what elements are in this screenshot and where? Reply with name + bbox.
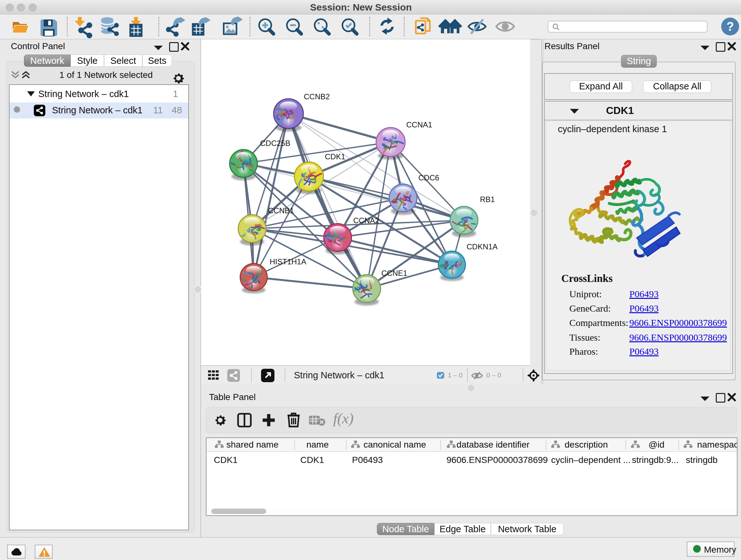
svg-text:CCNB1: CCNB1	[268, 206, 294, 215]
svg-text:CCNA1: CCNA1	[406, 120, 432, 129]
svg-text:CDC6: CDC6	[418, 173, 439, 182]
svg-text:CCNA2: CCNA2	[353, 216, 379, 225]
svg-text:CDC25B: CDC25B	[260, 139, 290, 147]
svg-text:HIST1H1A: HIST1H1A	[270, 257, 307, 266]
svg-text:CCNE1: CCNE1	[381, 269, 407, 277]
svg-text:RB1: RB1	[480, 195, 495, 204]
svg-text:CDKN1A: CDKN1A	[467, 242, 497, 251]
svg-text:CDK1: CDK1	[325, 152, 345, 161]
svg-text:?: ?	[726, 20, 734, 33]
svg-text:CCNB2: CCNB2	[304, 92, 330, 101]
